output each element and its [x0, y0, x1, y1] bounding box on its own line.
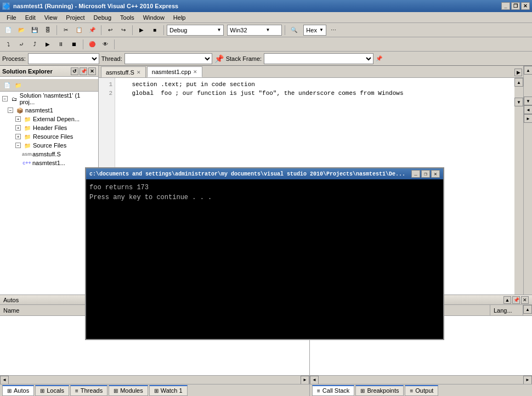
debug-step-into[interactable]: ⤵	[2, 38, 14, 50]
ext-expand[interactable]: +	[15, 116, 21, 122]
right-scroll-left[interactable]: ◄	[524, 105, 532, 114]
tree-source-files[interactable]: − 📁 Source Files	[0, 141, 98, 150]
sol-refresh-btn[interactable]: ↺	[71, 67, 78, 75]
callstack-up[interactable]: ▲	[503, 296, 511, 304]
tree-resource-files[interactable]: + 📁 Resource Files	[0, 132, 98, 141]
solution-expand[interactable]: −	[2, 96, 8, 101]
right-scroll-up[interactable]: ▲	[524, 66, 532, 75]
tab-asmstuff[interactable]: asmstuff.S ✕	[101, 66, 146, 77]
restore-button[interactable]: ❐	[511, 2, 520, 10]
solution-explorer-header: Solution Explorer ↺ 📌 ✕	[0, 66, 98, 77]
callstack-close[interactable]: ✕	[521, 296, 529, 304]
callstack-scroll-left[interactable]: ◄	[310, 376, 319, 384]
callstack-scroll-right[interactable]: ►	[523, 376, 532, 384]
paste-btn[interactable]: 📌	[86, 24, 98, 36]
console-minimize[interactable]: _	[411, 170, 420, 178]
undo-btn[interactable]: ↩	[104, 24, 116, 36]
sol-pin-btn[interactable]: 📌	[80, 67, 87, 75]
res-expand[interactable]: +	[15, 134, 21, 139]
process-dropdown[interactable]	[28, 53, 99, 64]
thread-dropdown[interactable]	[124, 53, 212, 64]
platform-dropdown[interactable]: Win32 ▼	[227, 25, 282, 36]
hex-dropdown[interactable]: Hex ▼	[303, 25, 326, 36]
menu-view[interactable]: View	[40, 13, 62, 22]
sol-close-btn[interactable]: ✕	[88, 67, 96, 75]
tree-nasmtest[interactable]: c++ nasmtest1...	[0, 159, 98, 167]
console-restore[interactable]: ❐	[421, 170, 430, 178]
debug-pause[interactable]: ⏸	[55, 38, 67, 50]
menu-project[interactable]: Project	[61, 13, 89, 22]
callstack-scroll-up[interactable]: ▲	[523, 305, 532, 314]
scroll-up[interactable]: ▲	[514, 78, 523, 87]
find-btn[interactable]: 🔍	[288, 24, 300, 36]
watch-btn[interactable]: 👁	[99, 38, 111, 50]
close-button[interactable]: ✕	[521, 2, 530, 10]
callstack-controls[interactable]: ▲ 📌 ✕	[503, 296, 529, 304]
stack-pin-btn[interactable]: 📌	[376, 55, 382, 61]
tab-output[interactable]: ≡ Output	[405, 385, 438, 396]
breakpoint-btn[interactable]: 🔴	[86, 38, 98, 50]
threads-tab-icon: ≡	[75, 388, 78, 394]
debug-continue[interactable]: ▶	[42, 38, 54, 50]
src-expand[interactable]: −	[15, 143, 21, 148]
callstack-pin[interactable]: 📌	[512, 296, 520, 304]
tab-watch1[interactable]: ⊞ Watch 1	[149, 385, 188, 396]
debug-step-over[interactable]: ⤾	[15, 38, 27, 50]
tab-locals[interactable]: ⊞ Locals	[35, 385, 69, 396]
right-scroll-right[interactable]: ►	[524, 114, 532, 123]
tab-nasmtest[interactable]: nasmtest1.cpp ✕	[147, 66, 203, 77]
tree-solution[interactable]: − 🗂 Solution 'nasmtest1' (1 proj...	[0, 92, 98, 106]
callstack-hscroll[interactable]: ◄ ►	[310, 375, 532, 384]
autos-scroll-left[interactable]: ◄	[0, 376, 9, 384]
stop-btn[interactable]: ■	[149, 24, 161, 36]
menu-edit[interactable]: Edit	[21, 13, 40, 22]
pin-btn[interactable]: 📌	[214, 54, 224, 63]
console-close[interactable]: ✕	[431, 170, 440, 178]
tab-nasmtest-close[interactable]: ✕	[193, 69, 197, 75]
tab-breakpoints[interactable]: ⊞ Breakpoints	[355, 385, 404, 396]
tab-threads[interactable]: ≡ Threads	[70, 385, 107, 396]
start-btn[interactable]: ▶	[135, 24, 148, 36]
tab-modules[interactable]: ⊞ Modules	[109, 385, 148, 396]
cut-btn[interactable]: ✂	[60, 24, 72, 36]
tree-asmstuff[interactable]: asm asmstuff.S	[0, 150, 98, 159]
debug-stop[interactable]: ⏹	[68, 38, 80, 50]
save-btn[interactable]: 💾	[29, 24, 41, 36]
more-btn[interactable]: ⋯	[327, 24, 339, 36]
minimize-button[interactable]: _	[501, 2, 510, 10]
autos-scroll-right[interactable]: ►	[301, 376, 309, 384]
menu-debug[interactable]: Debug	[89, 13, 116, 22]
debug-mode-dropdown[interactable]: Debug ▼	[167, 25, 224, 36]
sol-new-btn[interactable]: 📄	[2, 80, 12, 90]
panel-header-buttons[interactable]: ↺ 📌 ✕	[71, 67, 96, 75]
menu-window[interactable]: Window	[139, 13, 169, 22]
copy-btn[interactable]: 📋	[73, 24, 85, 36]
debug-process-toolbar: Process: Thread: 📌 Stack Frame: 📌	[0, 52, 532, 66]
new-btn[interactable]: 📄	[2, 24, 14, 36]
tab-scroll-right[interactable]: ▶	[514, 69, 522, 76]
tab-autos[interactable]: ⊞ Autos	[2, 385, 34, 396]
console-buttons[interactable]: _ ❐ ✕	[411, 170, 440, 178]
tree-header-files[interactable]: + 📁 Header Files	[0, 123, 98, 132]
menu-file[interactable]: File	[2, 13, 21, 22]
tab-callstack[interactable]: ≡ Call Stack	[312, 385, 354, 396]
title-bar-buttons[interactable]: _ ❐ ✕	[501, 2, 530, 10]
project-expand[interactable]: −	[8, 108, 13, 113]
sol-folder-btn[interactable]: 📁	[13, 80, 23, 90]
autos-hscroll[interactable]: ◄ ►	[0, 375, 309, 384]
editor-scrollbar[interactable]: ▲ ▼	[514, 78, 523, 295]
save-all-btn[interactable]: 🗄	[42, 24, 54, 36]
tree-external-dep[interactable]: + 📁 External Depen...	[0, 115, 98, 123]
hdr-expand[interactable]: +	[15, 125, 21, 131]
menu-help[interactable]: Help	[169, 13, 190, 22]
debug-step-out[interactable]: ⤴	[29, 38, 41, 50]
right-scroll-down[interactable]: ▼	[524, 97, 532, 105]
tree-project[interactable]: − 📦 nasmtest1	[0, 106, 98, 115]
open-btn[interactable]: 📂	[15, 24, 27, 36]
debug-mode-arrow: ▼	[217, 27, 221, 32]
tab-asmstuff-close[interactable]: ✕	[137, 70, 141, 75]
redo-btn[interactable]: ↪	[117, 24, 129, 36]
stack-frame-dropdown[interactable]	[264, 53, 373, 64]
scroll-down[interactable]: ▼	[514, 98, 523, 106]
menu-tools[interactable]: Tools	[116, 13, 139, 22]
